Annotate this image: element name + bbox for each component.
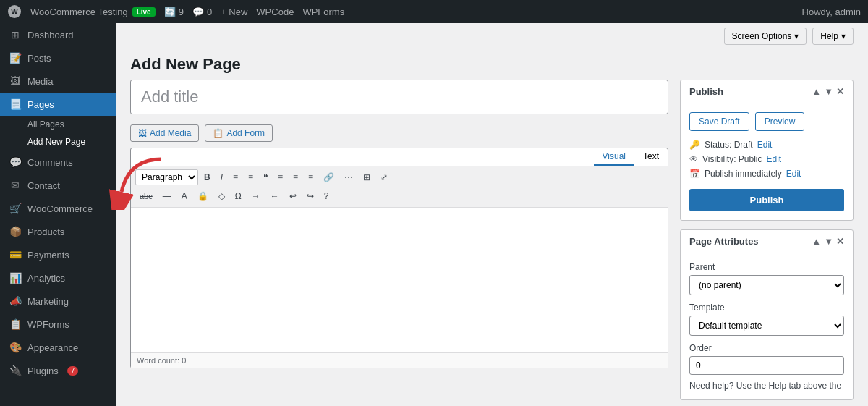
undo-button[interactable]: ↩ — [285, 188, 301, 204]
help-toolbar-button[interactable]: ? — [320, 188, 333, 204]
unordered-list-button[interactable]: ≡ — [229, 169, 242, 185]
wp-logo-icon: W — [7, 4, 22, 19]
sidebar-item-woocommerce[interactable]: 🛒 WooCommerce — [0, 197, 116, 220]
paragraph-select[interactable]: Paragraph — [135, 169, 198, 185]
svg-text:W: W — [11, 8, 18, 16]
close-icon[interactable]: ✕ — [836, 86, 844, 97]
admin-bar: W WooCommerce Testing Live 🔄9 💬0 + New W… — [0, 0, 868, 23]
redo-button[interactable]: ↪ — [302, 188, 318, 204]
appearance-icon: 🎨 — [9, 342, 22, 353]
sidebar-item-media[interactable]: 🖼 Media — [0, 69, 116, 93]
calendar-icon: 📅 — [689, 169, 700, 179]
products-icon: 📦 — [9, 226, 22, 237]
editor-edit-area[interactable] — [131, 208, 668, 352]
ordered-list-button[interactable]: ≡ — [244, 169, 258, 185]
preview-button[interactable]: Preview — [755, 112, 805, 131]
help-text: Need help? Use the Help tab above the — [689, 381, 844, 391]
parent-select[interactable]: (no parent) — [689, 275, 844, 295]
sidebar-item-posts[interactable]: 📝 Posts — [0, 46, 116, 69]
editor-area: 🖼 Add Media 📋 Add Form Visual Text — [130, 80, 668, 406]
paste-text-button[interactable]: 🔒 — [193, 188, 213, 204]
sidebar-item-marketing[interactable]: 📣 Marketing — [0, 289, 116, 313]
sidebar-item-wpforms[interactable]: 📋 WPForms — [0, 313, 116, 336]
italic-button[interactable]: I — [216, 169, 227, 185]
template-select[interactable]: Default template — [689, 316, 844, 336]
editor-toolbar: Paragraph B I ≡ ≡ ❝ ≡ ≡ ≡ 🔗 ⋯ — [131, 166, 668, 208]
align-right-button[interactable]: ≡ — [304, 169, 318, 185]
chevron-down-icon: ▾ — [841, 31, 846, 41]
collapse-down-icon[interactable]: ▼ — [824, 86, 833, 97]
special-char-button[interactable]: Ω — [231, 188, 246, 204]
sidebar-item-dashboard[interactable]: ⊞ Dashboard — [0, 23, 116, 46]
sidebar-item-plugins[interactable]: 🔌 Plugins 7 — [0, 359, 116, 382]
sidebar-item-comments[interactable]: 💬 Comments — [0, 151, 116, 174]
plugins-icon: 🔌 — [9, 365, 22, 376]
strikethrough-button[interactable]: abc — [135, 189, 157, 203]
table-button[interactable]: ⊞ — [359, 169, 375, 185]
sidebar-item-analytics[interactable]: 📊 Analytics — [0, 266, 116, 289]
contact-icon: ✉ — [9, 179, 22, 191]
admin-sidebar: ⊞ Dashboard 📝 Posts 🖼 Media 📃 Pages All … — [0, 23, 116, 406]
toolbar-row-1: Paragraph B I ≡ ≡ ❝ ≡ ≡ ≡ 🔗 ⋯ — [135, 169, 663, 185]
analytics-icon: 📊 — [9, 272, 22, 284]
tab-text[interactable]: Text — [634, 148, 668, 166]
text-color-button[interactable]: A — [177, 188, 192, 204]
live-badge: Live — [132, 7, 156, 17]
clear-format-button[interactable]: ◇ — [214, 188, 229, 204]
sidebar-item-products[interactable]: 📦 Products — [0, 220, 116, 243]
order-input[interactable] — [689, 356, 844, 375]
indent-button[interactable]: → — [247, 188, 265, 204]
publish-button[interactable]: Publish — [689, 189, 844, 211]
form-icon-btn: 📋 — [213, 128, 224, 138]
help-button[interactable]: Help ▾ — [812, 28, 854, 45]
sidebar-item-appearance[interactable]: 🎨 Appearance — [0, 336, 116, 359]
wpcode-link[interactable]: WPCode — [256, 7, 294, 17]
visibility-edit-link[interactable]: Edit — [767, 154, 782, 164]
page-title-input[interactable] — [130, 80, 668, 114]
comments-count[interactable]: 💬0 — [192, 7, 212, 17]
dashboard-icon: ⊞ — [9, 29, 22, 41]
comments-icon: 💬 — [9, 156, 22, 168]
hr-button[interactable]: — — [158, 188, 176, 204]
sidebar-item-payments[interactable]: 💳 Payments — [0, 243, 116, 266]
add-form-button[interactable]: 📋 Add Form — [205, 124, 273, 142]
tab-visual[interactable]: Visual — [594, 148, 634, 166]
status-edit-link[interactable]: Edit — [757, 140, 773, 150]
blockquote-button[interactable]: ❝ — [259, 169, 272, 185]
close-icon[interactable]: ✕ — [836, 236, 844, 247]
screen-options-button[interactable]: Screen Options ▾ — [724, 28, 807, 45]
collapse-up-icon[interactable]: ▲ — [812, 86, 821, 97]
collapse-down-icon[interactable]: ▼ — [824, 236, 833, 247]
publish-time-edit-link[interactable]: Edit — [786, 169, 801, 179]
align-center-button[interactable]: ≡ — [289, 169, 302, 185]
status-icon: 🔑 — [689, 140, 700, 150]
main-content: Screen Options ▾ Help ▾ Add New Page 🖼 A… — [116, 23, 868, 406]
updates-count[interactable]: 🔄9 — [164, 7, 184, 17]
page-content-area: 🖼 Add Media 📋 Add Form Visual Text — [116, 80, 868, 406]
wpforms-link[interactable]: WPForms — [302, 7, 344, 17]
page-attributes-content: Parent (no parent) Template Default temp… — [681, 253, 853, 399]
save-draft-button[interactable]: Save Draft — [689, 112, 749, 131]
sidebar-subitem-all-pages[interactable]: All Pages — [0, 116, 116, 133]
link-button[interactable]: 🔗 — [319, 169, 339, 185]
new-menu[interactable]: + New — [221, 7, 247, 17]
editor-tabs: Visual Text — [131, 148, 668, 166]
more-button[interactable]: ⋯ — [340, 169, 357, 185]
collapse-up-icon[interactable]: ▲ — [812, 236, 821, 247]
add-media-button[interactable]: 🖼 Add Media — [130, 124, 199, 142]
sidebar-subitem-add-new-page[interactable]: Add New Page — [0, 133, 116, 151]
wpforms-sidebar-icon: 📋 — [9, 318, 22, 330]
editor-statusbar: Word count: 0 — [131, 352, 668, 368]
outdent-button[interactable]: ← — [266, 188, 284, 204]
publish-box: Publish ▲ ▼ ✕ Save Draft Preview — [680, 80, 854, 221]
page-attributes-header: Page Attributes ▲ ▼ ✕ — [681, 230, 853, 253]
align-left-button[interactable]: ≡ — [273, 169, 287, 185]
site-name[interactable]: WooCommerce Testing Live — [30, 7, 156, 17]
sidebar-item-contact[interactable]: ✉ Contact — [0, 174, 116, 197]
sidebar-item-pages[interactable]: 📃 Pages — [0, 93, 116, 116]
bold-button[interactable]: B — [200, 169, 215, 185]
editor-container: Visual Text Paragraph B I ≡ ≡ — [130, 148, 668, 368]
status-row: 🔑 Status: Draft Edit — [689, 140, 844, 150]
screen-options-bar: Screen Options ▾ Help ▾ — [116, 23, 868, 49]
fullscreen-button[interactable]: ⤢ — [376, 169, 392, 185]
